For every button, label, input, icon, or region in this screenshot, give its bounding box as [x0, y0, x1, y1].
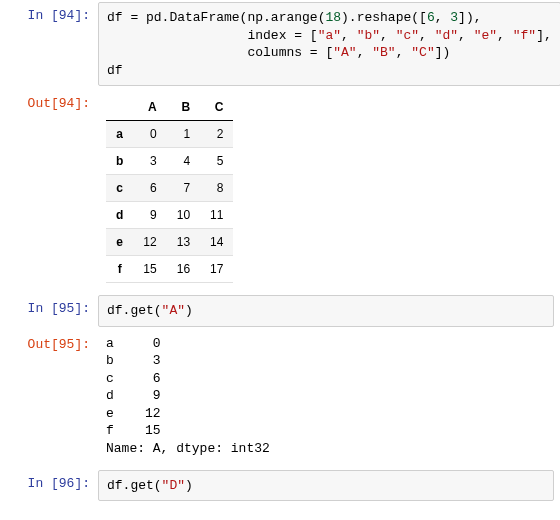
cell-in-95: In [95]: df.get("A"): [0, 293, 560, 329]
series-output-95: a 0 b 3 c 6 d 9 e 12 f 15 Name: A, dtype…: [106, 335, 552, 458]
code-95-text: df.get("A"): [107, 302, 545, 320]
code-94-text: df = pd.DataFrame(np.arange(18).reshape(…: [107, 9, 552, 79]
prompt-out-94: Out[94]:: [0, 90, 98, 115]
prompt-in-95-label: In [95]:: [28, 301, 90, 316]
table-row: e121314: [106, 229, 233, 256]
table-row: f151617: [106, 256, 233, 283]
prompt-in-94-label: In [94]:: [28, 8, 90, 23]
prompt-in-96: In [96]:: [0, 470, 98, 495]
cell-in-96: In [96]: df.get("D"): [0, 468, 560, 504]
prompt-in-95: In [95]:: [0, 295, 98, 320]
cell-out-94: Out[94]: A B C a012 b345 c678 d91011 e12…: [0, 88, 560, 293]
df-header-row: A B C: [106, 94, 233, 121]
cell-in-94: In [94]: df = pd.DataFrame(np.arange(18)…: [0, 0, 560, 88]
df-col-A: A: [133, 94, 166, 121]
df-col-B: B: [167, 94, 200, 121]
code-96-text: df.get("D"): [107, 477, 545, 495]
output-95: a 0 b 3 c 6 d 9 e 12 f 15 Name: A, dtype…: [98, 331, 560, 466]
cell-out-95: Out[95]: a 0 b 3 c 6 d 9 e 12 f 15 Name:…: [0, 329, 560, 468]
prompt-out-95: Out[95]:: [0, 331, 98, 356]
code-input-94[interactable]: df = pd.DataFrame(np.arange(18).reshape(…: [98, 2, 560, 86]
prompt-out-95-label: Out[95]:: [28, 337, 90, 352]
dataframe-94: A B C a012 b345 c678 d91011 e121314 f151…: [106, 94, 233, 283]
code-input-95[interactable]: df.get("A"): [98, 295, 554, 327]
table-row: a012: [106, 121, 233, 148]
code-input-96[interactable]: df.get("D"): [98, 470, 554, 502]
output-94: A B C a012 b345 c678 d91011 e121314 f151…: [98, 90, 560, 291]
prompt-out-94-label: Out[94]:: [28, 96, 90, 111]
df-corner: [106, 94, 133, 121]
table-row: b345: [106, 148, 233, 175]
prompt-in-96-label: In [96]:: [28, 476, 90, 491]
table-row: c678: [106, 175, 233, 202]
prompt-in-94: In [94]:: [0, 2, 98, 27]
table-row: d91011: [106, 202, 233, 229]
df-col-C: C: [200, 94, 233, 121]
